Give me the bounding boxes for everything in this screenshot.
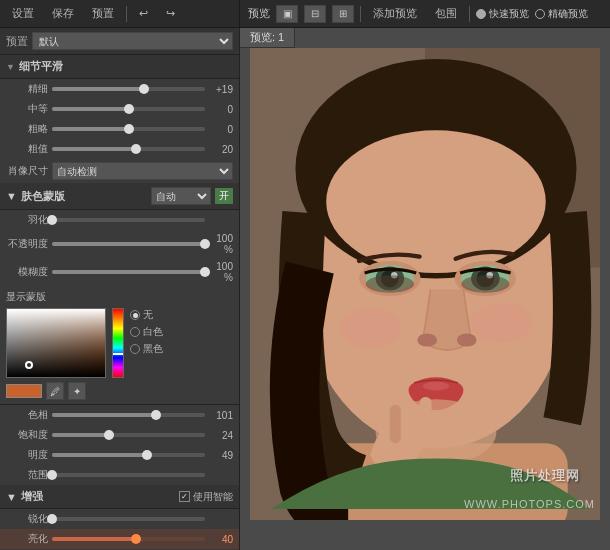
opacity-value: 100 % [209, 233, 233, 255]
include-btn[interactable]: 包围 [429, 4, 463, 23]
cuzhi-thumb[interactable] [131, 144, 141, 154]
culve-thumb[interactable] [124, 124, 134, 134]
svg-rect-25 [390, 405, 401, 443]
brighten-row: 亮化 40 [0, 529, 239, 549]
yuhua-label: 羽化 [6, 213, 48, 227]
mask-white-option[interactable]: 白色 [130, 325, 163, 339]
fast-preview-option[interactable]: 快速预览 [476, 7, 529, 21]
zhongdeng-fill [52, 107, 129, 111]
preset-btn[interactable]: 预置 [86, 4, 120, 23]
accurate-radio[interactable] [535, 9, 545, 19]
save-btn[interactable]: 保存 [46, 4, 80, 23]
zhongdeng-track[interactable] [52, 107, 205, 111]
portrait-size-select[interactable]: 自动检测 [52, 162, 233, 180]
blur-track[interactable] [52, 270, 205, 274]
single-view-btn[interactable]: ▣ [276, 5, 298, 23]
accurate-preview-option[interactable]: 精确预览 [535, 7, 588, 21]
portrait-size-label: 肖像尺寸 [6, 164, 48, 178]
range-track[interactable] [52, 473, 205, 477]
skin-mask-title: 肤色蒙版 [21, 189, 147, 204]
divider3 [469, 6, 470, 22]
preset-row: 预置 默认 [0, 28, 239, 55]
eyedropper-btn[interactable]: 🖉 [46, 382, 64, 400]
eyedropper2-btn[interactable]: ✦ [68, 382, 86, 400]
portrait-size-row: 肖像尺寸 自动检测 [0, 159, 239, 183]
skin-mode-select[interactable]: 自动 [151, 187, 211, 205]
mask-white-radio[interactable] [130, 327, 140, 337]
hue-value: 101 [209, 410, 233, 421]
left-panel: 预置 默认 ▼ 细节平滑 精细 +19 中等 0 [0, 28, 240, 550]
blur-fill [52, 270, 205, 274]
watermark2: WWW.PHOTOPS.COM [464, 498, 595, 510]
color-cursor[interactable] [25, 361, 33, 369]
undo-btn[interactable]: ↩ [133, 5, 154, 22]
detail-smoothing-header[interactable]: ▼ 细节平滑 [0, 55, 239, 79]
cuzhi-value: 20 [209, 144, 233, 155]
dual-view-btn[interactable]: ⊞ [332, 5, 354, 23]
split-view-btn[interactable]: ⊟ [304, 5, 326, 23]
svg-point-17 [366, 275, 414, 293]
mask-none-option[interactable]: 无 [130, 308, 163, 322]
culve-fill [52, 127, 129, 131]
brighten-thumb[interactable] [131, 534, 141, 544]
yuhua-thumb[interactable] [47, 215, 57, 225]
zhongdeng-thumb[interactable] [124, 104, 134, 114]
brightness-track[interactable] [52, 453, 205, 457]
sharpen-label: 锐化 [6, 512, 48, 526]
svg-point-6 [326, 130, 546, 273]
range-row: 范围 [0, 465, 239, 485]
saturation-track[interactable] [52, 433, 205, 437]
brightness-value: 49 [209, 450, 233, 461]
hue-bar[interactable] [112, 308, 124, 378]
redo-btn[interactable]: ↪ [160, 5, 181, 22]
jingxi-row: 精细 +19 [0, 79, 239, 99]
color-gradient[interactable] [6, 308, 106, 378]
color-swatch[interactable] [6, 384, 42, 398]
svg-point-26 [339, 308, 400, 348]
mask-none-radio[interactable] [130, 310, 140, 320]
svg-point-21 [423, 382, 449, 391]
saturation-label: 饱和度 [6, 428, 48, 442]
cuzhi-track[interactable] [52, 147, 205, 151]
portrait-container: 照片处理网 WWW.PHOTOPS.COM [250, 48, 600, 520]
use-sharpen-checkbox[interactable] [179, 491, 190, 502]
skin-toggle-btn[interactable]: 开 [215, 188, 233, 204]
brightness-fill [52, 453, 147, 457]
accurate-preview-label: 精确预览 [548, 7, 588, 21]
opacity-thumb[interactable] [200, 239, 210, 249]
opacity-row: 不透明度 100 % [0, 230, 239, 258]
blur-thumb[interactable] [200, 267, 210, 277]
saturation-row: 饱和度 24 [0, 425, 239, 445]
settings-btn[interactable]: 设置 [6, 4, 40, 23]
sharpen-thumb[interactable] [47, 514, 57, 524]
mask-black-radio[interactable] [130, 344, 140, 354]
sharpen-track[interactable] [52, 517, 205, 521]
opacity-label: 不透明度 [6, 237, 48, 251]
right-panel: 预览: 1 [240, 28, 610, 550]
hue-track[interactable] [52, 413, 205, 417]
range-thumb[interactable] [47, 470, 57, 480]
mask-black-option[interactable]: 黑色 [130, 342, 163, 356]
svg-point-20 [457, 333, 477, 346]
yuhua-track[interactable] [52, 218, 205, 222]
fast-radio[interactable] [476, 9, 486, 19]
brighten-fill [52, 537, 136, 541]
add-preview-btn[interactable]: 添加预览 [367, 4, 423, 23]
opacity-track[interactable] [52, 242, 205, 246]
mask-none-label: 无 [143, 308, 153, 322]
jingxi-track[interactable] [52, 87, 205, 91]
svg-point-27 [471, 303, 532, 343]
brightness-thumb[interactable] [142, 450, 152, 460]
saturation-thumb[interactable] [104, 430, 114, 440]
watermark1: 照片处理网 [510, 467, 580, 485]
preview-num-tab[interactable]: 预览: 1 [240, 28, 295, 48]
preset-select[interactable]: 默认 [32, 32, 233, 50]
brighten-track[interactable] [52, 537, 205, 541]
hue-label: 色相 [6, 408, 48, 422]
zhongdeng-row: 中等 0 [0, 99, 239, 119]
culve-track[interactable] [52, 127, 205, 131]
jingxi-value: +19 [209, 84, 233, 95]
jingxi-thumb[interactable] [139, 84, 149, 94]
hue-thumb[interactable] [151, 410, 161, 420]
hue-cursor [113, 353, 123, 355]
